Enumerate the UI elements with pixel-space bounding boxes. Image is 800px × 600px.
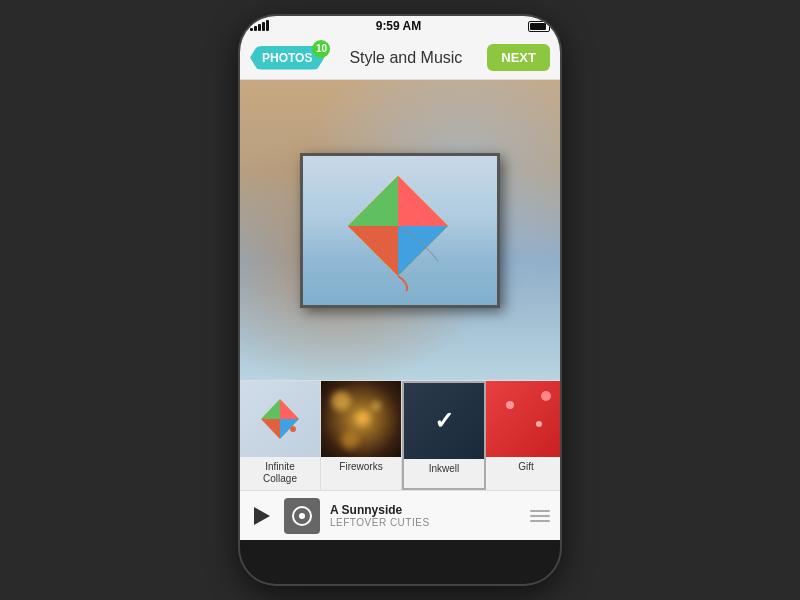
thumb-label-gift: Gift	[516, 457, 536, 473]
svg-marker-1	[398, 176, 448, 226]
thumb-label-fireworks: Fireworks	[337, 457, 384, 473]
music-bar: A Sunnyside LEFTOVER CUTIES	[240, 490, 560, 540]
phone-frame: 9:59 AM PHOTOS 10 Style and Music NEXT	[240, 16, 560, 584]
svg-marker-8	[280, 419, 299, 439]
page-title: Style and Music	[349, 49, 462, 67]
thumbnail-strip: InfiniteCollage Fireworks ✓ Inkwell	[240, 380, 560, 490]
music-title: A Sunnyside	[330, 503, 520, 517]
status-time: 9:59 AM	[376, 19, 422, 33]
svg-marker-7	[261, 399, 280, 419]
photos-label: PHOTOS	[262, 51, 312, 65]
thumb-item-infinite-collage[interactable]: InfiniteCollage	[240, 381, 321, 490]
svg-marker-4	[348, 226, 398, 276]
thumb-label-infinite-collage: InfiniteCollage	[261, 457, 299, 485]
nav-bar: PHOTOS 10 Style and Music NEXT	[240, 36, 560, 80]
main-preview	[240, 80, 560, 380]
photo-frame	[300, 153, 500, 308]
svg-marker-9	[261, 419, 280, 439]
thumb-item-fireworks[interactable]: Fireworks	[321, 381, 402, 490]
thumb-item-gift[interactable]: Gift	[486, 381, 560, 490]
svg-point-10	[290, 426, 296, 432]
inkwell-check-icon: ✓	[434, 407, 454, 435]
next-button[interactable]: NEXT	[487, 44, 550, 71]
thumb-label-inkwell: Inkwell	[427, 459, 462, 475]
photos-count-badge: 10	[312, 40, 330, 58]
kite-image	[333, 171, 463, 291]
svg-marker-6	[280, 399, 299, 419]
svg-marker-2	[348, 176, 398, 226]
thumb-item-inkwell[interactable]: ✓ Inkwell	[402, 381, 486, 490]
music-album-icon	[284, 498, 320, 534]
music-info: A Sunnyside LEFTOVER CUTIES	[330, 503, 520, 528]
play-button[interactable]	[250, 504, 274, 528]
music-artist: LEFTOVER CUTIES	[330, 517, 520, 528]
thumb-kite-icon	[255, 397, 305, 441]
status-bar: 9:59 AM	[240, 16, 560, 36]
menu-button[interactable]	[530, 510, 550, 522]
svg-marker-3	[398, 226, 448, 276]
photos-button[interactable]: PHOTOS 10	[250, 46, 324, 70]
